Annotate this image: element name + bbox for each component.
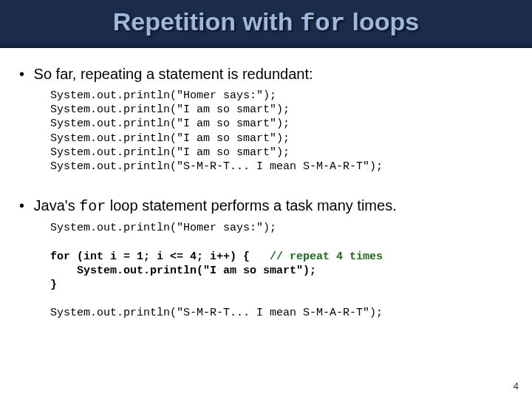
code2-l2c: // repeat 4 times: [250, 250, 383, 263]
code2-l4: }: [50, 279, 57, 291]
bullet-dot-icon: •: [19, 197, 30, 214]
bullet-dot-icon: •: [19, 66, 30, 83]
code1-l5: System.out.println("I am so smart");: [50, 146, 290, 159]
slide-title: Repetition with for loops: [0, 7, 532, 38]
code1-l6: System.out.println("S-M-R-T... I mean S-…: [50, 160, 383, 173]
code2-l2a: for (int i = 1; i <= 4; i++) {: [50, 250, 250, 263]
bullet-1-text: So far, repeating a statement is redunda…: [34, 66, 313, 82]
bullet-2-pre: Java's: [34, 197, 80, 214]
bullet-2-post: loop statement performs a task many time…: [106, 197, 397, 214]
title-pre: Repetition with: [113, 7, 300, 35]
bullet-2: • Java's for loop statement performs a t…: [19, 197, 513, 215]
code1-l1: System.out.println("Homer says:");: [50, 89, 276, 102]
code2-l5: System.out.println("S-M-R-T... I mean S-…: [50, 307, 383, 319]
code-block-1: System.out.println("Homer says:"); Syste…: [50, 89, 513, 174]
code1-l2: System.out.println("I am so smart");: [50, 103, 290, 116]
code1-l4: System.out.println("I am so smart");: [50, 132, 290, 145]
title-post: loops: [345, 7, 419, 35]
bullet-1: • So far, repeating a statement is redun…: [19, 66, 513, 83]
slide: Repetition with for loops • So far, repe…: [0, 0, 532, 399]
title-code: for: [300, 10, 345, 38]
slide-body: • So far, repeating a statement is redun…: [0, 48, 532, 320]
title-bar: Repetition with for loops: [0, 0, 532, 48]
code-block-2: System.out.println("Homer says:"); for (…: [50, 221, 513, 320]
code1-l3: System.out.println("I am so smart");: [50, 117, 290, 130]
page-number: 4: [514, 381, 519, 392]
code2-l1: System.out.println("Homer says:");: [50, 222, 276, 234]
bullet-2-code: for: [79, 198, 106, 215]
code2-l3: System.out.println("I am so smart");: [50, 265, 316, 277]
